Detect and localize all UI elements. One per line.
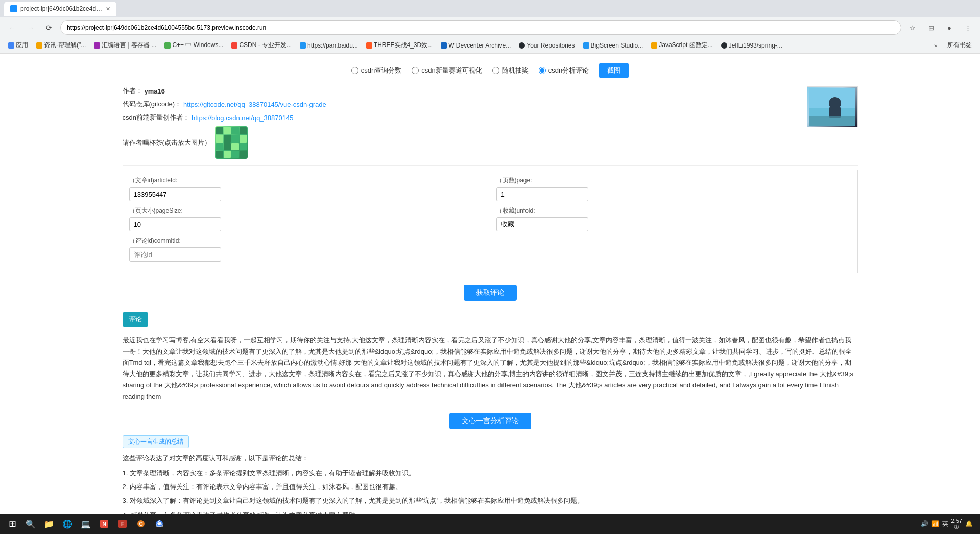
- taskbar-app3[interactable]: C: [133, 516, 149, 532]
- reload-button[interactable]: ⟳: [42, 20, 56, 35]
- bookmark-11[interactable]: JeffLi1993/spring-...: [718, 41, 785, 50]
- taskbar-clock[interactable]: 2:57 ①: [951, 518, 962, 530]
- radio-input-1[interactable]: [351, 67, 358, 74]
- taskbar-edge[interactable]: 🌐: [59, 516, 76, 532]
- bookmark-11-icon: [721, 42, 727, 49]
- comment-btn-wrapper: 评论: [123, 312, 858, 331]
- author-section: 作者： yma16 代码仓库(gitcode)： https://gitcode…: [123, 86, 858, 159]
- bookmark-7[interactable]: W Devcenter Archive...: [438, 41, 514, 50]
- all-bookmarks-button[interactable]: 所有书签: [944, 40, 975, 51]
- taskbar-vscode[interactable]: 💻: [78, 516, 94, 532]
- browser-tabs: project-iprj649dc061b2ce4d61004555bc-517…: [0, 0, 980, 17]
- radio-item-3[interactable]: 随机抽奖: [492, 66, 529, 75]
- page-size-input[interactable]: [129, 217, 221, 231]
- article-id-group: （文章id)articleId:: [129, 176, 484, 201]
- bookmark-1[interactable]: 资讯-帮理解("...: [33, 40, 89, 51]
- radio-label-2: csdn新量赛道可视化: [421, 66, 482, 75]
- app3-icon: C: [137, 520, 145, 528]
- bookmark-9[interactable]: BigScreen Studio...: [580, 41, 647, 50]
- bookmark-apps-label: 应用: [16, 41, 28, 50]
- taskbar-app2[interactable]: F: [114, 516, 131, 532]
- taskbar-app1[interactable]: N: [96, 516, 112, 532]
- browser-tab-active[interactable]: project-iprj649dc061b2ce4d61004555bc-517…: [4, 2, 116, 16]
- bookmark-apps[interactable]: 应用: [5, 40, 31, 51]
- volume-icon[interactable]: 🔊: [921, 520, 928, 527]
- creator-label: csdn前端新量创作者：: [123, 113, 189, 122]
- radio-group: csdn查询分数 csdn新量赛道可视化 随机抽奖 csdn分析评论 截图: [123, 63, 858, 78]
- radio-item-1[interactable]: csdn查询分数: [351, 66, 401, 75]
- taskbar-search[interactable]: 🔍: [22, 516, 39, 532]
- bookmark-10-icon: [651, 42, 657, 49]
- network-icon[interactable]: 📶: [931, 520, 939, 527]
- comment-content-area: 最近我也在学习写博客,有空来看看我呀，一起互相学习，期待你的关注与支持,大他这文…: [123, 331, 858, 407]
- author-name-line: 作者： yma16: [123, 86, 858, 96]
- confirm-screenshot-button[interactable]: 截图: [599, 63, 629, 78]
- creator-link[interactable]: https://blog.csdn.net/qq_38870145: [192, 114, 294, 122]
- address-bar[interactable]: [60, 20, 901, 35]
- taskbar-chrome[interactable]: [151, 516, 168, 532]
- unfold-group: （收藏)unfold:: [496, 206, 851, 231]
- ai-summary-title: 这些评论表达了对文章的高度认可和感谢，以下是评论的总结：: [123, 452, 858, 465]
- back-button[interactable]: ←: [5, 20, 19, 35]
- radio-item-4[interactable]: csdn分析评论: [539, 66, 589, 75]
- profile-icon[interactable]: ●: [942, 20, 957, 35]
- svg-text:N: N: [102, 521, 106, 527]
- unfold-input[interactable]: [496, 217, 588, 231]
- bookmark-3-icon: [164, 42, 171, 49]
- page-group: （页数)page:: [496, 176, 851, 201]
- radio-input-2[interactable]: [412, 67, 419, 74]
- page-input[interactable]: [496, 187, 588, 201]
- ai-summary-header-wrapper: 文心一言生成的总结: [123, 435, 858, 452]
- bookmark-6[interactable]: THREE实战4_3D效...: [363, 40, 436, 51]
- fetch-comments-button[interactable]: 获取评论: [464, 285, 517, 301]
- svg-rect-4: [809, 116, 855, 126]
- bookmark-8-icon: [519, 42, 525, 49]
- bookmark-4[interactable]: CSDN - 专业开发...: [228, 40, 295, 51]
- bookmarks-more-button[interactable]: »: [931, 41, 940, 50]
- radio-item-2[interactable]: csdn新量赛道可视化: [412, 66, 482, 75]
- author-avatar: [807, 86, 858, 127]
- taskbar: ⊞ 🔍 📁 🌐 💻 N F C: [0, 514, 980, 534]
- page-size-label: （页大小)pageSize:: [129, 206, 484, 215]
- commit-id-input[interactable]: [129, 247, 221, 262]
- unfold-label: （收藏)unfold:: [496, 206, 851, 215]
- analyze-comments-button[interactable]: 文心一言分析评论: [449, 413, 531, 429]
- bookmark-1-label: 资讯-帮理解("...: [44, 41, 86, 50]
- bookmark-star-icon[interactable]: ☆: [905, 20, 920, 35]
- bookmark-9-icon: [583, 42, 589, 49]
- extensions-icon[interactable]: ⊞: [924, 20, 938, 35]
- chrome-icon: [155, 520, 163, 528]
- radio-input-4[interactable]: [539, 67, 546, 74]
- lang-indicator[interactable]: 英: [942, 520, 948, 528]
- radio-label-1: csdn查询分数: [361, 66, 401, 75]
- taskbar-tray-icon: ①: [954, 524, 959, 530]
- bookmark-1-icon: [36, 42, 42, 49]
- radio-input-3[interactable]: [492, 67, 499, 74]
- repo-link[interactable]: https://gitcode.net/qq_38870145/vue-csdn…: [183, 101, 326, 108]
- bookmark-3[interactable]: C++ 中 Windows...: [161, 40, 226, 51]
- taskbar-explorer[interactable]: 📁: [41, 516, 57, 532]
- tab-close-icon[interactable]: ✕: [106, 6, 110, 12]
- article-id-input[interactable]: [129, 187, 221, 201]
- tea-qr-code[interactable]: [215, 126, 248, 159]
- bookmark-2[interactable]: 汇编语言 | 客存器 ...: [91, 40, 159, 51]
- notification-icon[interactable]: 🔔: [965, 520, 973, 527]
- tea-section: 请作者喝杯茶(点击放大图片）: [123, 126, 858, 159]
- windows-icon: ⊞: [9, 518, 16, 529]
- start-button[interactable]: ⊞: [4, 516, 20, 532]
- author-name: yma16: [145, 87, 165, 95]
- bookmark-10[interactable]: JavaScript 函数定...: [648, 40, 715, 51]
- tab-title: project-iprj649dc061b2ce4d61004555bc-517…: [20, 5, 103, 12]
- svg-text:C: C: [139, 521, 142, 527]
- avatar-illustration: [809, 88, 855, 126]
- forward-button[interactable]: →: [23, 20, 38, 35]
- search-icon: 🔍: [26, 519, 36, 529]
- svg-point-12: [158, 522, 161, 525]
- menu-icon[interactable]: ⋮: [961, 20, 975, 35]
- bookmark-5[interactable]: https://pan.baidu...: [297, 41, 361, 50]
- bookmark-8[interactable]: Your Repositories: [516, 41, 578, 50]
- bookmark-4-icon: [231, 42, 237, 49]
- app2-icon: F: [118, 520, 127, 528]
- comment-button[interactable]: 评论: [123, 312, 148, 327]
- form-row-2: （页大小)pageSize: （收藏)unfold:: [129, 206, 851, 231]
